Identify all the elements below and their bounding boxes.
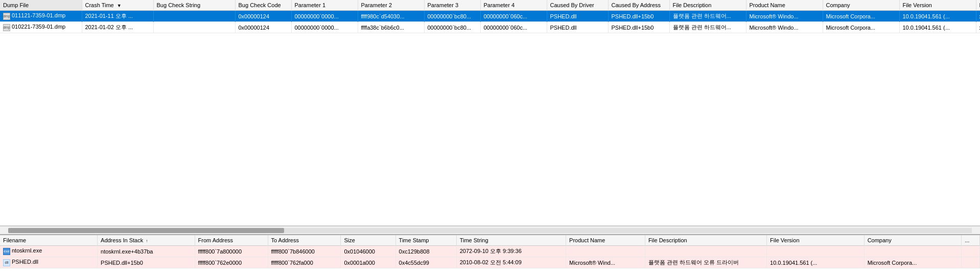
table-cell: 00000000`0000... <box>291 22 358 33</box>
exe-file-icon: exe <box>3 248 10 255</box>
col-size[interactable]: Size <box>341 235 395 246</box>
table-cell: fffff800`7a800000 <box>195 246 268 257</box>
dmp-file-icon: dmp <box>3 24 10 31</box>
col-crash-time[interactable]: Crash Time ▼ <box>82 0 153 11</box>
dmp-file-icon: dmp <box>3 13 10 20</box>
table-cell: 10.0.19041.561 (... <box>899 22 976 33</box>
col-company-bottom[interactable]: Company <box>864 235 962 246</box>
table-cell: 0x00000124 <box>235 22 291 33</box>
table-cell: Microsoft Corpora... <box>864 257 962 268</box>
table-cell: 00000000`0000... <box>291 11 358 22</box>
bottom-table-header-row: Filename Address In Stack ↑ From Address… <box>0 235 980 246</box>
table-cell <box>153 11 235 22</box>
col-more[interactable]: ... <box>962 235 980 246</box>
table-cell <box>962 246 980 257</box>
col-time-string[interactable]: Time String <box>456 235 566 246</box>
col-param4[interactable]: Parameter 4 <box>480 0 547 11</box>
table-cell: 10.0.19041.561 (... <box>767 257 865 268</box>
table-cell: 2021-01-02 오후 ... <box>82 22 153 33</box>
table-cell: dmp011121-7359-01.dmp <box>0 11 82 22</box>
table-row[interactable]: dmp011121-7359-01.dmp2021-01-11 오후 ...0x… <box>0 11 980 22</box>
table-cell: 0x01046000 <box>341 246 395 257</box>
col-bug-check-code[interactable]: Bug Check Code <box>235 0 291 11</box>
table-cell: Microsoft® Windo... <box>746 22 823 33</box>
table-cell: dmp010221-7359-01.dmp <box>0 22 82 33</box>
table-cell <box>645 246 766 257</box>
col-filename[interactable]: Filename <box>0 235 98 246</box>
col-param2[interactable]: Parameter 2 <box>358 0 424 11</box>
table-cell: Microsoft Corpora... <box>823 11 899 22</box>
table-cell: PSHED.dll+15b0 <box>608 11 669 22</box>
col-time-stamp[interactable]: Time Stamp <box>395 235 456 246</box>
table-cell: PSHED.dll <box>547 22 608 33</box>
table-cell: PSHED.dll+15b0 <box>608 22 669 33</box>
table-row[interactable]: exentoskrnl.exentoskrnl.exe+4b37bafffff8… <box>0 246 980 257</box>
table-cell: 0xc129b808 <box>395 246 456 257</box>
col-file-version-bottom[interactable]: File Version <box>767 235 865 246</box>
bottom-table-container[interactable]: Filename Address In Stack ↑ From Address… <box>0 234 980 275</box>
table-cell <box>566 246 645 257</box>
col-file-description-bottom[interactable]: File Description <box>645 235 766 246</box>
top-table-container[interactable]: Dump File Crash Time ▼ Bug Check String … <box>0 0 980 226</box>
col-to-address[interactable]: To Address <box>268 235 341 246</box>
table-cell: 플랫폼 관련 하드웨어 오류 드라이버 <box>645 257 766 268</box>
col-processor[interactable]: Processor <box>976 0 980 11</box>
dll-file-icon: dll <box>3 259 10 266</box>
table-cell: dllPSHED.dll <box>0 257 98 268</box>
table-cell: x64 <box>976 11 980 22</box>
table-cell: fffff800`762fa000 <box>268 257 341 268</box>
table-cell: ffffa38c`b6b6c0... <box>358 22 424 33</box>
table-cell: 2010-08-02 오전 5:44:09 <box>456 257 566 268</box>
table-cell: 00000000`060c... <box>480 11 547 22</box>
table-cell: 00000000`bc80... <box>424 11 480 22</box>
stack-table: Filename Address In Stack ↑ From Address… <box>0 235 980 268</box>
col-address-in-stack[interactable]: Address In Stack ↑ <box>98 235 195 246</box>
col-bug-check-string[interactable]: Bug Check String <box>153 0 235 11</box>
table-cell: 0x0001a000 <box>341 257 395 268</box>
col-company[interactable]: Company <box>823 0 899 11</box>
sort-desc-icon: ▼ <box>117 3 122 8</box>
col-product-name-bottom[interactable]: Product Name <box>566 235 645 246</box>
col-caused-by-address[interactable]: Caused By Address <box>608 0 669 11</box>
table-cell: 10.0.19041.561 (... <box>899 11 976 22</box>
table-cell: 0x4c55dc99 <box>395 257 456 268</box>
table-cell: exentoskrnl.exe <box>0 246 98 257</box>
col-caused-by-driver[interactable]: Caused By Driver <box>547 0 608 11</box>
table-cell <box>864 246 962 257</box>
table-cell <box>153 22 235 33</box>
table-cell <box>962 257 980 268</box>
table-cell: x64 <box>976 22 980 33</box>
table-cell: 2021-01-11 오후 ... <box>82 11 153 22</box>
scrollbar-track <box>8 228 972 233</box>
col-dump-file[interactable]: Dump File <box>0 0 82 11</box>
table-cell: Microsoft® Windo... <box>746 11 823 22</box>
table-row[interactable]: dmp010221-7359-01.dmp2021-01-02 오후 ...0x… <box>0 22 980 33</box>
col-file-description[interactable]: File Description <box>669 0 746 11</box>
table-cell: PSHED.dll+15b0 <box>98 257 195 268</box>
crash-table: Dump File Crash Time ▼ Bug Check String … <box>0 0 980 33</box>
table-cell: ffff980c`d54030... <box>358 11 424 22</box>
horizontal-scrollbar[interactable] <box>0 226 980 234</box>
table-cell: 플랫폼 관련 하드웨어... <box>669 22 746 33</box>
table-cell: 2072-09-10 오후 9:39:36 <box>456 246 566 257</box>
table-cell: 00000000`bc80... <box>424 22 480 33</box>
table-cell: Microsoft® Wind... <box>566 257 645 268</box>
table-cell: 0x00000124 <box>235 11 291 22</box>
col-param1[interactable]: Parameter 1 <box>291 0 358 11</box>
table-cell: ntoskrnl.exe+4b37ba <box>98 246 195 257</box>
col-param3[interactable]: Parameter 3 <box>424 0 480 11</box>
table-cell: 00000000`060c... <box>480 22 547 33</box>
table-cell: 플랫폼 관련 하드웨어... <box>669 11 746 22</box>
table-cell: fffff800`7b846000 <box>268 246 341 257</box>
col-from-address[interactable]: From Address <box>195 235 268 246</box>
table-cell: fffff800`762e0000 <box>195 257 268 268</box>
col-file-version[interactable]: File Version <box>899 0 976 11</box>
table-cell <box>767 246 865 257</box>
table-cell: PSHED.dll <box>547 11 608 22</box>
top-table-header-row: Dump File Crash Time ▼ Bug Check String … <box>0 0 980 11</box>
main-container: Dump File Crash Time ▼ Bug Check String … <box>0 0 980 275</box>
table-cell: Microsoft Corpora... <box>823 22 899 33</box>
scrollbar-thumb[interactable] <box>8 228 284 233</box>
col-product-name[interactable]: Product Name <box>746 0 823 11</box>
table-row[interactable]: dllPSHED.dllPSHED.dll+15b0fffff800`762e0… <box>0 257 980 268</box>
